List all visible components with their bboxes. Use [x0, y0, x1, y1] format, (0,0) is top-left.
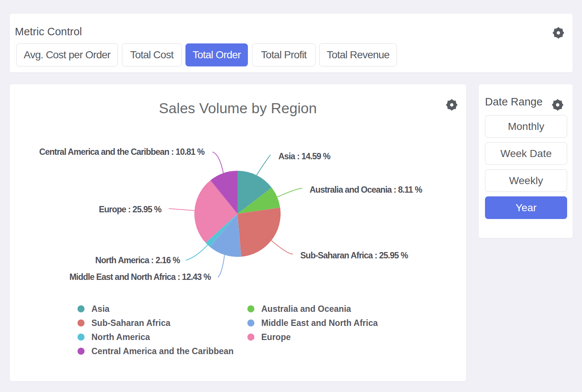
svg-text:Sales Volume by Region: Sales Volume by Region — [159, 100, 317, 116]
svg-text:North America : 2.16 %: North America : 2.16 % — [95, 255, 180, 265]
svg-text:Asia : 14.59 %: Asia : 14.59 % — [278, 151, 330, 161]
svg-text:Australia and Oceania: Australia and Oceania — [261, 304, 351, 314]
svg-text:Middle East and North Africa :: Middle East and North Africa : 12.43 % — [69, 272, 211, 282]
svg-text:Central America and the Caribb: Central America and the Caribbean : 10.8… — [39, 147, 205, 157]
svg-text:North America: North America — [91, 332, 150, 342]
svg-text:Middle East and North Africa: Middle East and North Africa — [261, 318, 378, 328]
svg-text:Asia: Asia — [91, 304, 110, 314]
svg-text:Sub-Saharan Africa : 25.95 %: Sub-Saharan Africa : 25.95 % — [300, 251, 408, 260]
svg-text:Europe : 25.95 %: Europe : 25.95 % — [99, 205, 162, 214]
svg-text:Central America and the Caribb: Central America and the Caribbean — [91, 346, 234, 356]
svg-text:Europe: Europe — [261, 332, 291, 342]
svg-text:Australia and Oceania : 8.11 %: Australia and Oceania : 8.11 % — [310, 185, 422, 195]
svg-text:Sub-Saharan Africa: Sub-Saharan Africa — [91, 318, 171, 328]
